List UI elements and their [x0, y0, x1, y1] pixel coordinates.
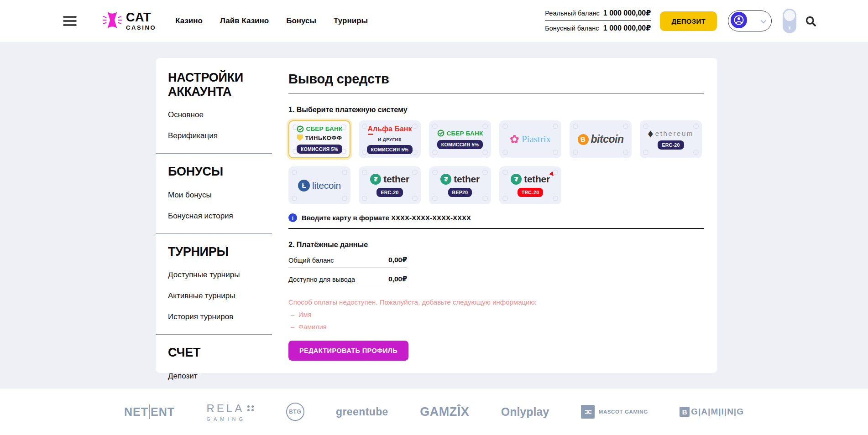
sidebar-item-my-bonuses[interactable]: Мои бонусы — [168, 191, 288, 200]
tether-icon: ₮ — [511, 174, 522, 185]
step1-label: 1. Выберите платежную систему — [288, 106, 704, 114]
missing-field-first-name: Имя — [288, 311, 704, 318]
top-header: CAT CASINO Казино Лайв Казино Бонусы Тур… — [0, 0, 868, 42]
account-sidebar: НАСТРОЙКИ АККАУНТА Основное Верификация … — [156, 58, 288, 373]
bonus-balance-label: Бонусный баланс — [545, 25, 599, 32]
edit-profile-button[interactable]: РЕДАКТИРОВАТЬ ПРОФИЛЬ — [288, 341, 408, 361]
payment-methods-grid: СБЕР БАНК ТИНЬКОФФ КОМИССИЯ 5% Альфа Бан… — [288, 120, 702, 204]
main-nav: Казино Лайв Казино Бонусы Турниры — [175, 16, 368, 26]
bitcoin-label: bitcoin — [591, 133, 624, 145]
bitcoin-icon: B — [578, 134, 589, 145]
sidebar-item-main[interactable]: Основное — [168, 110, 288, 119]
payment-tile-tether-trc20[interactable]: ₮ tether TRC-20 — [499, 166, 561, 204]
ethereum-label: ethereum — [655, 129, 694, 137]
nav-item-casino[interactable]: Казино — [175, 16, 203, 26]
sidebar-item-deposit[interactable]: Депозит — [168, 372, 288, 381]
missing-field-last-name: Фамилия — [288, 323, 704, 331]
available-balance-row: Доступно для вывода 0,00₽ — [288, 268, 407, 287]
litecoin-icon: Ł — [298, 180, 310, 192]
tether-icon: ₮ — [440, 174, 451, 185]
nav-item-bonuses[interactable]: Бонусы — [286, 16, 316, 26]
provider-logo-mascot-gaming: ЭЄ MASCOT GAMING — [581, 405, 648, 419]
tinkoff-crest-icon — [297, 135, 303, 141]
section-title-account: СЧЕТ — [168, 346, 288, 360]
payment-tile-alfa-bank[interactable]: Альфа Банк И ДРУГИЕ КОМИССИЯ 5% — [359, 120, 421, 158]
search-button[interactable] — [805, 15, 817, 27]
balance-block: Реальный баланс 1 000 000,00₽ Бонусный б… — [545, 7, 651, 35]
tether-label: tether — [383, 174, 409, 185]
payment-tile-sberbank[interactable]: СБЕР БАНК КОМИССИЯ 5% — [429, 120, 491, 158]
provider-logo-gamzix: GAMZÎX — [420, 405, 469, 419]
tether-label: tether — [454, 174, 480, 185]
payment-tile-sber-tinkoff[interactable]: СБЕР БАНК ТИНЬКОФФ КОМИССИЯ 5% — [288, 120, 350, 158]
network-badge: TRC-20 — [518, 188, 544, 197]
sber-check-icon — [437, 129, 444, 137]
payment-tile-tether-bep20[interactable]: ₮ tether BEP20 — [429, 166, 491, 204]
sun-icon: ☀ — [783, 25, 796, 31]
step2-label: 2. Платёжные данные — [288, 241, 704, 249]
commission-badge: КОМИССИЯ 5% — [437, 140, 483, 149]
real-balance-value: 1 000 000,00₽ — [603, 9, 651, 17]
commission-badge: КОМИССИЯ 5% — [367, 145, 413, 154]
sidebar-item-tournament-history[interactable]: История турниров — [168, 312, 288, 321]
sidebar-item-available-tournaments[interactable]: Доступные турниры — [168, 270, 288, 280]
alfa-bank-label: Альфа Банк — [368, 125, 412, 133]
tinkoff-label: ТИНЬКОФФ — [305, 135, 342, 141]
provider-logo-netent: NETENT — [124, 404, 175, 419]
available-balance-label: Доступно для вывода — [288, 276, 355, 283]
sber-label: СБЕР БАНК — [447, 130, 483, 137]
total-balance-label: Общий баланс — [288, 257, 334, 264]
payment-tile-piastrix[interactable]: ✿ Piastrix — [499, 120, 561, 158]
withdrawal-content: Вывод средств 1. Выберите платежную сист… — [288, 58, 717, 373]
cat-casino-logo[interactable]: CAT CASINO — [102, 10, 156, 32]
page-title: Вывод средств — [288, 72, 704, 87]
payment-tile-bitcoin[interactable]: B bitcoin — [570, 120, 632, 158]
bonus-balance-value: 1 000 000,00₽ — [603, 24, 651, 32]
sidebar-item-verification[interactable]: Верификация — [168, 131, 288, 140]
provider-logo-bgaming: B G|A|M|I|N|G — [680, 407, 744, 417]
alfa-others-label: И ДРУГИЕ — [378, 137, 402, 142]
logo-text-casino: CASINO — [126, 25, 156, 31]
payment-tile-litecoin[interactable]: Ł litecoin — [288, 166, 350, 204]
provider-logo-greentube: greentube — [336, 406, 388, 418]
hamburger-menu-icon[interactable] — [63, 16, 77, 26]
payment-tile-ethereum[interactable]: ◆ ethereum ERC-20 — [640, 120, 702, 158]
real-balance-row: Реальный баланс 1 000 000,00₽ — [545, 7, 651, 20]
info-note-text: Вводите карту в формате XXXX-XXXX-XXXX-X… — [302, 214, 471, 222]
theme-toggle[interactable]: ☀ — [783, 9, 796, 33]
network-badge: ERC-20 — [376, 188, 403, 197]
nav-item-live-casino[interactable]: Лайв Казино — [220, 16, 269, 26]
divider — [156, 153, 272, 154]
chevron-down-icon — [761, 17, 767, 23]
total-balance-row: Общий баланс 0,00₽ — [288, 249, 407, 268]
real-balance-label: Реальный баланс — [545, 10, 600, 17]
info-icon: i — [288, 213, 297, 222]
provider-logo-relax-gaming: RELA GAMING — [206, 402, 254, 422]
network-badge: ERC-20 — [658, 140, 684, 150]
provider-logo-btg: BTG — [286, 403, 304, 421]
sidebar-item-bonus-history[interactable]: Бонусная история — [168, 212, 288, 221]
profile-dropdown[interactable] — [728, 10, 772, 31]
tron-icon — [549, 171, 555, 177]
relax-dots-icon — [247, 405, 254, 411]
sber-check-icon — [297, 125, 304, 133]
divider — [156, 334, 272, 335]
available-balance-value: 0,00₽ — [388, 275, 407, 283]
providers-footer: NETENT RELA GAMING BTG greentube GAMZÎX … — [0, 388, 868, 435]
network-badge: BEP20 — [448, 188, 472, 197]
deposit-button[interactable]: ДЕПОЗИТ — [660, 11, 717, 31]
piastrix-label: Piastrix — [522, 134, 551, 145]
payment-unavailable-warning: Способ оплаты недоступен. Пожалуйста, до… — [288, 298, 704, 306]
nav-item-tournaments[interactable]: Турниры — [334, 16, 368, 26]
sidebar-item-active-tournaments[interactable]: Активные турниры — [168, 291, 288, 300]
search-icon — [805, 15, 817, 27]
total-balance-value: 0,00₽ — [388, 256, 407, 264]
section-title-bonuses: БОНУСЫ — [168, 165, 288, 179]
section-title-tournaments: ТУРНИРЫ — [168, 245, 288, 259]
cat-logo-icon — [102, 10, 123, 32]
section-title-account-settings: НАСТРОЙКИ АККАУНТА — [168, 71, 288, 98]
payment-tile-tether-erc20[interactable]: ₮ tether ERC-20 — [359, 166, 421, 204]
commission-badge: КОМИССИЯ 5% — [297, 145, 343, 154]
divider — [156, 233, 272, 234]
logo-text-cat: CAT — [126, 11, 156, 24]
